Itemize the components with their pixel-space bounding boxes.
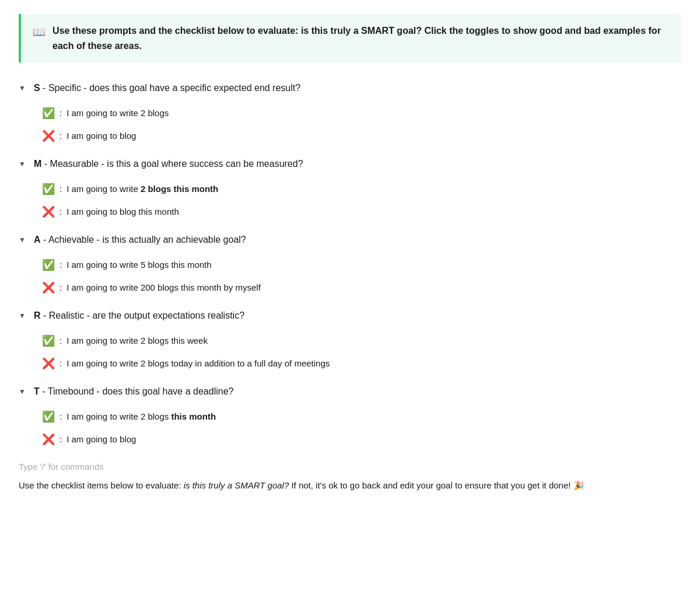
section-desc-R: - Realistic - are the output expectation…	[41, 310, 245, 320]
x-icon: ❌	[42, 128, 55, 144]
example-text-T-0: I am going to write 2 blogs this month	[66, 410, 216, 424]
section-label-A: A - Achievable - is this actually an ach…	[34, 233, 246, 247]
example-colon: :	[60, 205, 62, 219]
example-R-1: ❌:I am going to write 2 blogs today in a…	[42, 352, 681, 375]
example-T-1: ❌:I am going to blog	[42, 428, 681, 451]
section-label-M: M - Measurable - is this a goal where su…	[34, 157, 303, 171]
x-icon: ❌	[42, 356, 55, 372]
examples-A: ✅:I am going to write 5 blogs this month…	[42, 254, 681, 299]
example-colon: :	[60, 130, 62, 143]
chevron-T-icon[interactable]: ▼	[19, 386, 28, 397]
section-label-R: R - Realistic - are the output expectati…	[34, 309, 244, 323]
chevron-R-icon[interactable]: ▼	[19, 310, 28, 321]
x-icon: ❌	[42, 280, 55, 296]
section-desc-T: - Timebound - does this goal have a dead…	[40, 386, 234, 396]
examples-M: ✅:I am going to write 2 blogs this month…	[42, 178, 681, 224]
examples-T: ✅:I am going to write 2 blogs this month…	[42, 406, 681, 451]
example-text-S-0: I am going to write 2 blogs	[66, 107, 169, 120]
example-M-0: ✅:I am going to write 2 blogs this month	[42, 178, 681, 201]
example-colon: :	[60, 334, 62, 348]
section-letter-S: S	[34, 83, 40, 93]
examples-S: ✅:I am going to write 2 blogs❌:I am goin…	[42, 102, 681, 148]
example-colon: :	[60, 183, 62, 196]
section-label-S: S - Specific - does this goal have a spe…	[34, 81, 300, 95]
section-header-A[interactable]: ▼A - Achievable - is this actually an ac…	[19, 228, 681, 252]
example-A-0: ✅:I am going to write 5 blogs this month	[42, 254, 681, 277]
section-T: ▼T - Timebound - does this goal have a d…	[19, 380, 681, 451]
info-box-text: Use these prompts and the checklist belo…	[52, 23, 670, 53]
example-colon: :	[60, 410, 62, 424]
example-S-0: ✅:I am going to write 2 blogs	[42, 102, 681, 125]
example-R-0: ✅:I am going to write 2 blogs this week	[42, 330, 681, 352]
example-colon: :	[60, 281, 62, 295]
checkmark-icon: ✅	[42, 106, 55, 121]
x-icon: ❌	[42, 432, 55, 448]
example-text-A-0: I am going to write 5 blogs this month	[66, 259, 211, 272]
section-desc-A: - Achievable - is this actually an achie…	[41, 235, 246, 245]
smart-sections-container: ▼S - Specific - does this goal have a sp…	[19, 76, 681, 451]
section-letter-M: M	[34, 159, 41, 169]
section-header-T[interactable]: ▼T - Timebound - does this goal have a d…	[19, 380, 681, 403]
section-letter-A: A	[34, 235, 41, 245]
section-header-S[interactable]: ▼S - Specific - does this goal have a sp…	[19, 76, 681, 100]
bottom-text-before: Use the checklist items below to evaluat…	[19, 480, 184, 490]
section-label-T: T - Timebound - does this goal have a de…	[34, 385, 233, 399]
checkmark-icon: ✅	[42, 333, 55, 349]
chevron-S-icon[interactable]: ▼	[19, 83, 28, 93]
x-icon: ❌	[42, 204, 55, 220]
checkmark-icon: ✅	[42, 409, 55, 425]
bottom-text-after: If not, it's ok to go back and edit your…	[289, 480, 584, 490]
section-desc-S: - Specific - does this goal have a speci…	[40, 83, 300, 93]
example-text-A-1: I am going to write 200 blogs this month…	[66, 281, 261, 295]
example-text-M-1: I am going to blog this month	[66, 205, 179, 219]
section-header-R[interactable]: ▼R - Realistic - are the output expectat…	[19, 304, 681, 327]
example-text-T-1: I am going to blog	[66, 433, 136, 446]
example-T-0: ✅:I am going to write 2 blogs this month	[42, 406, 681, 428]
section-R: ▼R - Realistic - are the output expectat…	[19, 304, 681, 375]
section-M: ▼M - Measurable - is this a goal where s…	[19, 152, 681, 224]
example-text-R-1: I am going to write 2 blogs today in add…	[66, 357, 330, 371]
bottom-text: Use the checklist items below to evaluat…	[19, 479, 681, 493]
checkmark-icon: ✅	[42, 257, 55, 273]
section-header-M[interactable]: ▼M - Measurable - is this a goal where s…	[19, 152, 681, 176]
example-colon: :	[60, 433, 62, 446]
checkmark-icon: ✅	[42, 181, 55, 197]
section-desc-M: - Measurable - is this a goal where succ…	[41, 159, 303, 169]
example-text-S-1: I am going to blog	[66, 130, 136, 143]
chevron-A-icon[interactable]: ▼	[19, 235, 28, 245]
section-letter-R: R	[34, 310, 41, 320]
example-S-1: ❌:I am going to blog	[42, 125, 681, 148]
example-colon: :	[60, 107, 62, 120]
section-S: ▼S - Specific - does this goal have a sp…	[19, 76, 681, 148]
example-bold-text: 2 blogs this month	[141, 184, 218, 194]
section-letter-T: T	[34, 386, 40, 396]
example-text-M-0: I am going to write 2 blogs this month	[66, 183, 218, 196]
example-bold-text: this month	[171, 411, 216, 421]
info-box: 📖 Use these prompts and the checklist be…	[19, 14, 681, 62]
command-hint: Type '/' for commands	[19, 460, 681, 474]
chevron-M-icon[interactable]: ▼	[19, 159, 28, 169]
example-colon: :	[60, 259, 62, 272]
example-M-1: ❌:I am going to blog this month	[42, 201, 681, 224]
examples-R: ✅:I am going to write 2 blogs this week❌…	[42, 330, 681, 375]
bottom-text-italic: is this truly a SMART goal?	[184, 480, 289, 490]
example-text-R-0: I am going to write 2 blogs this week	[66, 334, 208, 348]
example-A-1: ❌:I am going to write 200 blogs this mon…	[42, 277, 681, 299]
example-colon: :	[60, 357, 62, 371]
book-icon: 📖	[33, 25, 46, 40]
section-A: ▼A - Achievable - is this actually an ac…	[19, 228, 681, 299]
